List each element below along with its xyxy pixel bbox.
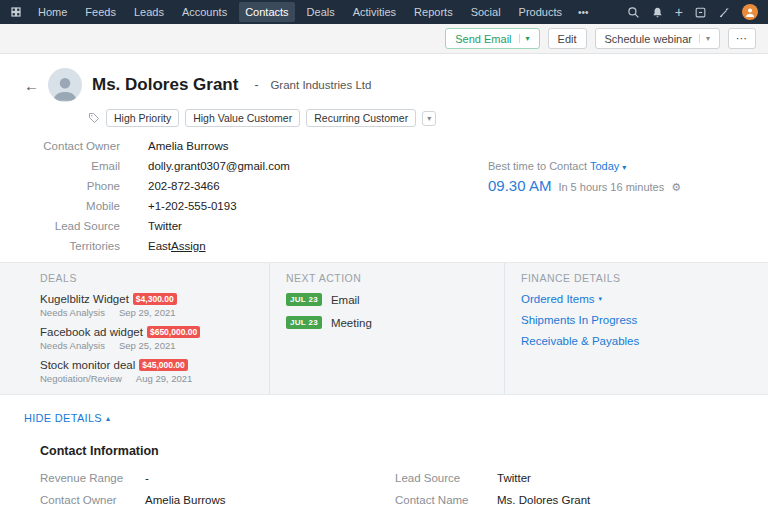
next-action-card: NEXT ACTION JUL 23 Email JUL 23 Meeting bbox=[270, 263, 505, 394]
detail-label-contact-name: Contact Name bbox=[395, 494, 497, 506]
edit-button[interactable]: Edit bbox=[548, 28, 587, 49]
next-action-label[interactable]: Meeting bbox=[331, 317, 372, 329]
finance-details-card: FINANCE DETAILS Ordered Items ▾ Shipment… bbox=[505, 263, 744, 394]
next-action-date-badge: JUL 23 bbox=[286, 316, 322, 329]
contact-information-title: Contact Information bbox=[40, 444, 744, 458]
hide-details-caret-icon: ▴ bbox=[106, 414, 110, 423]
deal-stage: Needs Analysis bbox=[40, 307, 105, 318]
nav-item-accounts[interactable]: Accounts bbox=[176, 2, 233, 22]
contact-company[interactable]: Grant Industries Ltd bbox=[270, 79, 371, 91]
deal-date: Aug 29, 2021 bbox=[136, 373, 193, 384]
nav-more-icon[interactable]: ••• bbox=[574, 7, 593, 18]
send-email-label: Send Email bbox=[455, 33, 511, 45]
send-email-button[interactable]: Send Email ▾ bbox=[445, 28, 539, 49]
setup-tools-icon[interactable] bbox=[718, 6, 731, 19]
hide-details-link[interactable]: HIDE DETAILS ▴ bbox=[24, 412, 110, 424]
field-label-phone: Phone bbox=[24, 180, 120, 193]
field-value-contact-owner: Amelia Burrows bbox=[120, 140, 440, 153]
contact-information-grid: Revenue Range - Lead Source Twitter Cont… bbox=[40, 472, 744, 506]
apps-icon[interactable] bbox=[694, 6, 707, 19]
deal-name[interactable]: Kugelblitz Widget bbox=[40, 293, 129, 305]
tag-add-caret-icon[interactable]: ▾ bbox=[422, 111, 436, 126]
deal-item: Facebook ad widget $650,000.00 Needs Ana… bbox=[40, 326, 257, 351]
contact-header: ← Ms. Dolores Grant - Grant Industries L… bbox=[0, 54, 768, 262]
best-time-note: In 5 hours 16 minutes bbox=[558, 181, 664, 193]
detail-label-revenue-range: Revenue Range bbox=[40, 472, 145, 484]
record-action-bar: Send Email ▾ Edit Schedule webinar ▾ ⋯ bbox=[0, 24, 768, 54]
field-value-territories: EastAssign bbox=[120, 240, 440, 253]
finance-card-title: FINANCE DETAILS bbox=[521, 272, 732, 284]
search-icon[interactable] bbox=[627, 6, 640, 19]
nav-item-social[interactable]: Social bbox=[465, 2, 507, 22]
field-label-mobile: Mobile bbox=[24, 200, 120, 213]
detail-label-contact-owner: Contact Owner bbox=[40, 494, 145, 506]
contact-avatar[interactable] bbox=[48, 68, 82, 102]
details-section: HIDE DETAILS ▴ Contact Information Reven… bbox=[0, 395, 768, 506]
send-email-caret-icon[interactable]: ▾ bbox=[519, 34, 530, 43]
nav-item-leads[interactable]: Leads bbox=[128, 2, 170, 22]
field-value-phone[interactable]: 202-872-3466 bbox=[120, 180, 440, 193]
field-value-lead-source: Twitter bbox=[120, 220, 440, 233]
edit-label: Edit bbox=[558, 33, 577, 45]
best-time-day[interactable]: Today bbox=[590, 160, 619, 172]
field-value-mobile[interactable]: +1-202-555-0193 bbox=[120, 200, 440, 213]
nav-item-home[interactable]: Home bbox=[32, 2, 73, 22]
detail-value-contact-owner: Amelia Burrows bbox=[145, 494, 395, 506]
next-action-item: JUL 23 Email bbox=[286, 293, 492, 306]
tag-recurring-customer[interactable]: Recurring Customer bbox=[306, 109, 416, 127]
tag-high-priority[interactable]: High Priority bbox=[106, 109, 179, 127]
quick-add-plus-icon[interactable]: + bbox=[675, 5, 683, 19]
summary-cards-section: DEALS Kugelblitz Widget $4,300.00 Needs … bbox=[0, 262, 768, 395]
schedule-webinar-caret-icon[interactable]: ▾ bbox=[699, 34, 710, 43]
nav-item-activities[interactable]: Activities bbox=[347, 2, 402, 22]
finance-link-label: Receivable & Payables bbox=[521, 335, 639, 347]
deal-name[interactable]: Stock monitor deal bbox=[40, 359, 135, 371]
more-actions-button[interactable]: ⋯ bbox=[728, 28, 756, 49]
best-time-to-contact: Best time to Contact Today ▾ 09.30 AM In… bbox=[488, 160, 681, 194]
deal-date: Sep 25, 2021 bbox=[119, 340, 176, 351]
nav-item-products[interactable]: Products bbox=[513, 2, 568, 22]
user-avatar[interactable] bbox=[742, 4, 758, 20]
contact-name: Ms. Dolores Grant bbox=[92, 75, 238, 95]
app-logo-icon[interactable] bbox=[10, 6, 22, 18]
finance-link-shipments[interactable]: Shipments In Progress bbox=[521, 314, 732, 326]
tags-row: High Priority High Value Customer Recurr… bbox=[88, 109, 744, 127]
schedule-webinar-button[interactable]: Schedule webinar ▾ bbox=[595, 28, 720, 49]
deals-card-title: DEALS bbox=[40, 272, 257, 284]
next-action-label[interactable]: Email bbox=[331, 294, 360, 306]
deal-date: Sep 29, 2021 bbox=[119, 307, 176, 318]
finance-link-caret-icon: ▾ bbox=[599, 295, 603, 303]
best-time-caret-icon[interactable]: ▾ bbox=[622, 163, 626, 172]
nav-item-contacts[interactable]: Contacts bbox=[239, 2, 294, 22]
deal-amount-badge: $650,000.00 bbox=[147, 326, 200, 338]
assign-territory-link[interactable]: Assign bbox=[171, 240, 206, 252]
detail-value-lead-source: Twitter bbox=[497, 472, 744, 484]
field-label-contact-owner: Contact Owner bbox=[24, 140, 120, 153]
deal-name[interactable]: Facebook ad widget bbox=[40, 326, 143, 338]
next-action-date-badge: JUL 23 bbox=[286, 293, 322, 306]
finance-link-receivable-payables[interactable]: Receivable & Payables bbox=[521, 335, 732, 347]
tag-high-value-customer[interactable]: High Value Customer bbox=[185, 109, 300, 127]
back-arrow-icon[interactable]: ← bbox=[24, 77, 38, 94]
field-value-email[interactable]: dolly.grant0307@gmail.com bbox=[120, 160, 440, 173]
deal-item: Stock monitor deal $45,000.00 Negotiatio… bbox=[40, 359, 257, 384]
tag-icon bbox=[88, 112, 100, 124]
detail-value-revenue-range: - bbox=[145, 472, 395, 484]
finance-link-label: Shipments In Progress bbox=[521, 314, 637, 326]
nav-item-deals[interactable]: Deals bbox=[301, 2, 341, 22]
name-company-separator: - bbox=[254, 78, 258, 92]
best-time-label: Best time to Contact bbox=[488, 160, 587, 172]
nav-item-reports[interactable]: Reports bbox=[408, 2, 459, 22]
deal-stage: Negotiation/Review bbox=[40, 373, 122, 384]
notifications-bell-icon[interactable] bbox=[651, 6, 664, 19]
detail-value-contact-name: Ms. Dolores Grant bbox=[497, 494, 744, 506]
nav-item-feeds[interactable]: Feeds bbox=[79, 2, 122, 22]
deal-amount-badge: $45,000.00 bbox=[139, 359, 188, 371]
best-time-settings-gear-icon[interactable]: ⚙ bbox=[671, 181, 681, 194]
deals-card: DEALS Kugelblitz Widget $4,300.00 Needs … bbox=[24, 263, 270, 394]
hide-details-label: HIDE DETAILS bbox=[24, 412, 102, 424]
finance-link-ordered-items[interactable]: Ordered Items ▾ bbox=[521, 293, 732, 305]
field-label-territories: Territories bbox=[24, 240, 120, 253]
deal-stage: Needs Analysis bbox=[40, 340, 105, 351]
top-navigation-bar: Home Feeds Leads Accounts Contacts Deals… bbox=[0, 0, 768, 24]
